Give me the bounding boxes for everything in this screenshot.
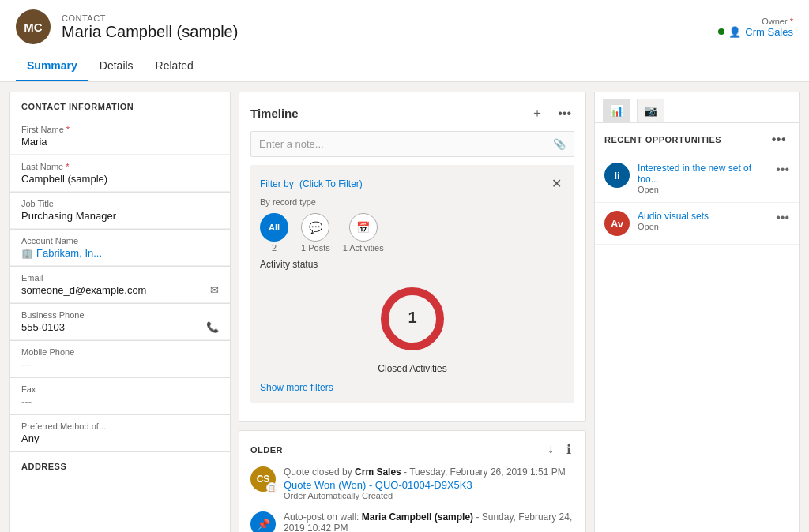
field-first-name: First Name * Maria [10, 118, 230, 155]
timeline-avatar-1: 📌 [250, 511, 276, 532]
field-last-name: Last Name * Campbell (sample) [10, 155, 230, 192]
filter-title: Filter by (Click To Filter) [260, 178, 363, 189]
opp-name-1[interactable]: Audio visual sets [638, 211, 768, 222]
field-value-business-phone: 555-0103 [21, 321, 65, 333]
phone-icon[interactable]: 📞 [206, 321, 219, 333]
main-tabs: Summary Details Related [0, 51, 809, 82]
tab-summary[interactable]: Summary [16, 51, 88, 81]
field-job-title: Job Title Purchasing Manager [10, 193, 230, 229]
posts-count: 1 Posts [301, 243, 330, 253]
older-actions: ↓ ℹ [544, 440, 574, 459]
contact-info-title: CONTACT INFORMATION [10, 92, 230, 118]
timeline-actions: ＋ ••• [528, 103, 574, 123]
opp-item-more-0[interactable]: ••• [776, 163, 789, 177]
field-email: Email someone_d@example.com ✉ [10, 267, 230, 303]
filter-btn-activities: 📅 1 Activities [343, 213, 384, 253]
opp-info-0: Interested in the new set of too... Open [638, 163, 768, 194]
tab-details[interactable]: Details [88, 51, 145, 81]
field-mobile-phone: Mobile Phone --- [10, 341, 230, 377]
field-label-mobile-phone: Mobile Phone [21, 347, 219, 357]
owner-label: Owner * [762, 17, 793, 26]
show-more-filters[interactable]: Show more filters [260, 382, 565, 393]
timeline-sub-0: Order Automatically Created [284, 491, 574, 500]
center-panel: Timeline ＋ ••• Enter a note... 📎 Filter … [239, 92, 586, 532]
app-container: MC CONTACT Maria Campbell (sample) Owner… [0, 0, 809, 532]
timeline-card: Timeline ＋ ••• Enter a note... 📎 Filter … [239, 92, 586, 422]
field-label-last-name: Last Name * [21, 162, 219, 171]
note-input-area[interactable]: Enter a note... 📎 [250, 131, 574, 157]
field-label-first-name: First Name * [21, 125, 219, 134]
opp-more-icon[interactable]: ••• [769, 131, 789, 148]
contact-name: Maria Campbell (sample) [62, 23, 238, 41]
field-value-account-name[interactable]: 🏢 Fabrikam, In... [21, 247, 219, 259]
owner-icon: 👤 [728, 26, 741, 38]
timeline-meta-1: Auto-post on wall: Maria Campbell (sampl… [284, 511, 574, 532]
field-value-job-title: Purchasing Manager [21, 210, 219, 222]
field-value-preferred-method: Any [21, 433, 219, 444]
email-icon[interactable]: ✉ [210, 284, 219, 296]
more-timeline-icon[interactable]: ••• [555, 105, 574, 122]
field-label-account-name: Account Name [21, 236, 219, 245]
address-section-title: ADDRESS [10, 452, 230, 478]
header-info: CONTACT Maria Campbell (sample) [62, 13, 238, 41]
donut-container: 1 Closed Activities [260, 279, 565, 374]
right-tab-chart[interactable]: 📊 [603, 99, 630, 122]
activity-status-label: Activity status [260, 259, 565, 270]
filter-by-record-type: By record type [260, 197, 565, 207]
field-value-first-name: Maria [21, 136, 219, 148]
all-btn-label: All [269, 223, 280, 232]
timeline-content-1: Auto-post on wall: Maria Campbell (sampl… [284, 511, 574, 532]
field-fax: Fax --- [10, 378, 230, 414]
tab-related[interactable]: Related [145, 51, 205, 81]
click-to-filter[interactable]: (Click To Filter) [299, 178, 363, 189]
opp-item-more-1[interactable]: ••• [776, 211, 789, 225]
activities-btn[interactable]: 📅 [349, 213, 378, 242]
field-label-email: Email [21, 273, 219, 283]
svg-text:1: 1 [408, 309, 416, 326]
timeline-meta-0: Quote closed by Crm Sales - Tuesday, Feb… [284, 466, 574, 478]
opp-status-1: Open [638, 222, 768, 231]
filter-header: Filter by (Click To Filter) ✕ [260, 174, 565, 193]
timeline-content-0: Quote closed by Crm Sales - Tuesday, Feb… [284, 466, 574, 500]
opp-avatar-0: li [604, 163, 630, 188]
timeline-badge-0: 📋 [266, 482, 277, 493]
field-preferred-method: Preferred Method of ... Any [10, 415, 230, 451]
filter-buttons: All 2 💬 1 Posts 📅 1 Activities [260, 213, 565, 253]
header-left: MC CONTACT Maria Campbell (sample) [16, 9, 238, 44]
add-timeline-icon[interactable]: ＋ [528, 103, 547, 123]
field-value-last-name: Campbell (sample) [21, 173, 219, 185]
opp-info-1: Audio visual sets Open [638, 211, 768, 231]
older-section: OLDER ↓ ℹ CS 📋 Quote closed by Crm Sales… [239, 430, 586, 532]
all-btn[interactable]: All [260, 213, 288, 242]
filter-btn-all: All 2 [260, 213, 288, 253]
recent-opportunities-title: RECENT OPPORTUNITIES ••• [595, 123, 799, 155]
opp-item-0: li Interested in the new set of too... O… [595, 155, 799, 203]
chart-icon: 📊 [610, 104, 623, 117]
right-panel: 📊 📷 RECENT OPPORTUNITIES ••• li Interest… [594, 92, 800, 532]
opp-name-0[interactable]: Interested in the new set of too... [638, 163, 768, 185]
owner-name: Crm Sales [745, 26, 793, 38]
avatar: MC [16, 9, 51, 44]
posts-btn[interactable]: 💬 [301, 213, 329, 242]
timeline-avatar-0: CS 📋 [250, 466, 276, 492]
timeline-item-0: CS 📋 Quote closed by Crm Sales - Tuesday… [250, 466, 574, 500]
opp-avatar-1: Av [604, 211, 630, 236]
required-star: * [790, 17, 793, 26]
right-tab-photo[interactable]: 📷 [637, 99, 664, 122]
field-account-name: Account Name 🏢 Fabrikam, In... [10, 230, 230, 266]
owner-status-dot [718, 28, 724, 35]
activities-count: 1 Activities [343, 243, 384, 253]
timeline-header: Timeline ＋ ••• [250, 103, 574, 123]
opp-status-0: Open [638, 185, 768, 194]
field-business-phone: Business Phone 555-0103 📞 [10, 304, 230, 340]
owner-value[interactable]: 👤 Crm Sales [718, 26, 793, 38]
info-icon[interactable]: ℹ [563, 440, 574, 459]
older-title: OLDER [250, 445, 283, 455]
field-value-fax: --- [21, 395, 219, 407]
donut-label: Closed Activities [378, 363, 446, 374]
filter-close-icon[interactable]: ✕ [548, 174, 565, 193]
sort-down-icon[interactable]: ↓ [544, 440, 557, 459]
timeline-body-0[interactable]: Quote Won (Won) - QUO-01004-D9X5K3 [284, 479, 574, 491]
timeline-item-1: 📌 Auto-post on wall: Maria Campbell (sam… [250, 511, 574, 532]
filter-btn-posts: 💬 1 Posts [301, 213, 330, 253]
